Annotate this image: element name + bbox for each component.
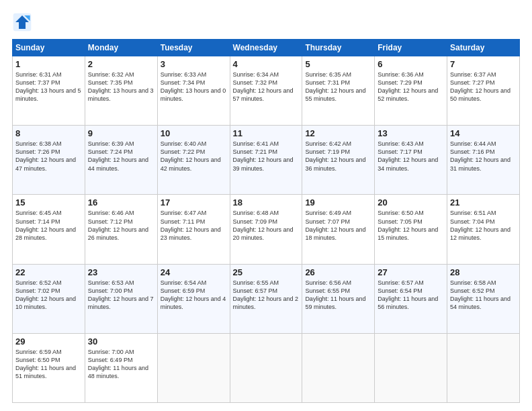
day-info: Sunrise: 6:39 AMSunset: 7:24 PMDaylight:… [88,140,148,171]
day-number: 8 [15,128,82,138]
calendar-day-cell: 23Sunrise: 6:53 AMSunset: 7:00 PMDayligh… [85,264,157,333]
empty-cell [447,333,520,402]
calendar-week-row: 15Sunrise: 6:45 AMSunset: 7:14 PMDayligh… [13,195,520,264]
day-info: Sunrise: 6:34 AMSunset: 7:32 PMDaylight:… [233,71,294,102]
day-info: Sunrise: 6:43 AMSunset: 7:17 PMDaylight:… [378,140,438,171]
day-info: Sunrise: 6:53 AMSunset: 7:00 PMDaylight:… [88,279,154,310]
weekday-header: Saturday [447,40,520,56]
day-info: Sunrise: 6:56 AMSunset: 6:55 PMDaylight:… [305,279,365,310]
calendar-week-row: 1Sunrise: 6:31 AMSunset: 7:37 PMDaylight… [13,56,520,126]
day-info: Sunrise: 6:36 AMSunset: 7:29 PMDaylight:… [378,71,438,102]
calendar-week-row: 8Sunrise: 6:38 AMSunset: 7:26 PMDaylight… [13,126,520,195]
day-number: 18 [233,197,300,208]
day-number: 23 [88,267,154,277]
calendar-header-row: SundayMondayTuesdayWednesdayThursdayFrid… [13,40,520,56]
day-info: Sunrise: 7:00 AMSunset: 6:49 PMDaylight:… [88,349,148,379]
weekday-header: Monday [85,40,157,56]
day-number: 17 [161,197,227,208]
day-number: 12 [305,128,371,138]
calendar-day-cell: 12Sunrise: 6:42 AMSunset: 7:19 PMDayligh… [302,126,375,195]
weekday-header: Friday [375,40,447,56]
day-number: 24 [161,267,227,277]
calendar-day-cell: 22Sunrise: 6:52 AMSunset: 7:02 PMDayligh… [13,264,85,333]
empty-cell [157,333,230,402]
day-number: 26 [305,267,371,277]
calendar-day-cell: 5Sunrise: 6:35 AMSunset: 7:31 PMDaylight… [302,56,375,126]
calendar-day-cell: 13Sunrise: 6:43 AMSunset: 7:17 PMDayligh… [375,126,447,195]
day-number: 27 [378,267,444,277]
day-number: 6 [378,59,444,69]
day-number: 4 [233,59,300,69]
day-number: 15 [15,197,82,208]
day-number: 9 [88,128,154,138]
day-info: Sunrise: 6:52 AMSunset: 7:02 PMDaylight:… [15,279,76,310]
calendar-day-cell: 11Sunrise: 6:41 AMSunset: 7:21 PMDayligh… [230,126,302,195]
logo-icon [12,12,32,32]
day-info: Sunrise: 6:50 AMSunset: 7:05 PMDaylight:… [378,210,438,240]
weekday-header: Sunday [13,40,85,56]
calendar-day-cell: 15Sunrise: 6:45 AMSunset: 7:14 PMDayligh… [13,195,85,264]
day-number: 13 [378,128,444,138]
day-number: 3 [161,59,227,69]
day-info: Sunrise: 6:37 AMSunset: 7:27 PMDaylight:… [450,71,511,102]
weekday-header: Thursday [302,40,375,56]
day-number: 14 [450,128,517,138]
day-number: 19 [305,197,371,208]
day-number: 21 [450,197,517,208]
day-info: Sunrise: 6:49 AMSunset: 7:07 PMDaylight:… [305,210,365,240]
calendar-day-cell: 20Sunrise: 6:50 AMSunset: 7:05 PMDayligh… [375,195,447,264]
day-number: 7 [450,59,517,69]
day-number: 28 [450,267,517,277]
calendar-day-cell: 18Sunrise: 6:48 AMSunset: 7:09 PMDayligh… [230,195,302,264]
day-info: Sunrise: 6:33 AMSunset: 7:34 PMDaylight:… [161,71,226,102]
calendar-day-cell: 19Sunrise: 6:49 AMSunset: 7:07 PMDayligh… [302,195,375,264]
calendar-day-cell: 14Sunrise: 6:44 AMSunset: 7:16 PMDayligh… [447,126,520,195]
day-info: Sunrise: 6:46 AMSunset: 7:12 PMDaylight:… [88,210,148,240]
calendar-day-cell: 7Sunrise: 6:37 AMSunset: 7:27 PMDaylight… [447,56,520,126]
weekday-header: Wednesday [230,40,302,56]
day-info: Sunrise: 6:55 AMSunset: 6:57 PMDaylight:… [233,279,299,310]
day-info: Sunrise: 6:40 AMSunset: 7:22 PMDaylight:… [161,140,221,171]
calendar-day-cell: 29Sunrise: 6:59 AMSunset: 6:50 PMDayligh… [13,333,85,402]
day-info: Sunrise: 6:45 AMSunset: 7:14 PMDaylight:… [15,210,76,240]
header [12,12,520,32]
calendar-day-cell: 3Sunrise: 6:33 AMSunset: 7:34 PMDaylight… [157,56,230,126]
day-number: 29 [15,336,82,347]
empty-cell [375,333,447,402]
weekday-header: Tuesday [157,40,230,56]
day-info: Sunrise: 6:58 AMSunset: 6:52 PMDaylight:… [450,279,511,310]
day-number: 25 [233,267,300,277]
day-info: Sunrise: 6:47 AMSunset: 7:11 PMDaylight:… [161,210,221,240]
calendar-week-row: 22Sunrise: 6:52 AMSunset: 7:02 PMDayligh… [13,264,520,333]
empty-cell [230,333,302,402]
day-info: Sunrise: 6:41 AMSunset: 7:21 PMDaylight:… [233,140,294,171]
day-info: Sunrise: 6:48 AMSunset: 7:09 PMDaylight:… [233,210,294,240]
day-number: 22 [15,267,82,277]
calendar-day-cell: 6Sunrise: 6:36 AMSunset: 7:29 PMDaylight… [375,56,447,126]
calendar-day-cell: 24Sunrise: 6:54 AMSunset: 6:59 PMDayligh… [157,264,230,333]
day-number: 10 [161,128,227,138]
calendar-day-cell: 2Sunrise: 6:32 AMSunset: 7:35 PMDaylight… [85,56,157,126]
calendar-day-cell: 27Sunrise: 6:57 AMSunset: 6:54 PMDayligh… [375,264,447,333]
calendar-day-cell: 28Sunrise: 6:58 AMSunset: 6:52 PMDayligh… [447,264,520,333]
day-info: Sunrise: 6:44 AMSunset: 7:16 PMDaylight:… [450,140,511,171]
calendar-day-cell: 25Sunrise: 6:55 AMSunset: 6:57 PMDayligh… [230,264,302,333]
day-info: Sunrise: 6:57 AMSunset: 6:54 PMDaylight:… [378,279,438,310]
calendar-day-cell: 17Sunrise: 6:47 AMSunset: 7:11 PMDayligh… [157,195,230,264]
day-number: 1 [15,59,82,69]
calendar-day-cell: 30Sunrise: 7:00 AMSunset: 6:49 PMDayligh… [85,333,157,402]
calendar-day-cell: 9Sunrise: 6:39 AMSunset: 7:24 PMDaylight… [85,126,157,195]
day-number: 16 [88,197,154,208]
calendar-day-cell: 1Sunrise: 6:31 AMSunset: 7:37 PMDaylight… [13,56,85,126]
calendar-day-cell: 26Sunrise: 6:56 AMSunset: 6:55 PMDayligh… [302,264,375,333]
calendar-week-row: 29Sunrise: 6:59 AMSunset: 6:50 PMDayligh… [13,333,520,402]
day-number: 11 [233,128,300,138]
day-info: Sunrise: 6:54 AMSunset: 6:59 PMDaylight:… [161,279,226,310]
day-number: 20 [378,197,444,208]
empty-cell [302,333,375,402]
day-info: Sunrise: 6:35 AMSunset: 7:31 PMDaylight:… [305,71,365,102]
day-info: Sunrise: 6:38 AMSunset: 7:26 PMDaylight:… [15,140,76,171]
day-number: 5 [305,59,371,69]
calendar-day-cell: 10Sunrise: 6:40 AMSunset: 7:22 PMDayligh… [157,126,230,195]
day-info: Sunrise: 6:31 AMSunset: 7:37 PMDaylight:… [15,71,81,102]
